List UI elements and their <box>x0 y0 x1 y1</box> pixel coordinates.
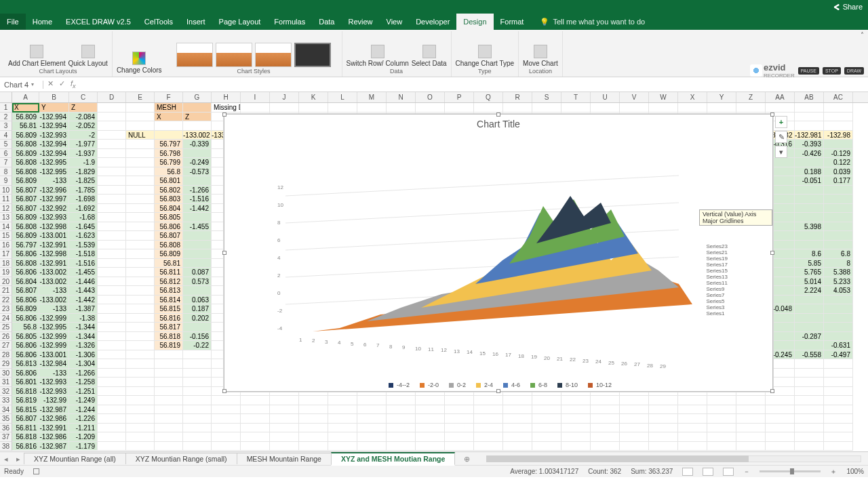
cell[interactable] <box>126 350 155 360</box>
cell[interactable] <box>678 442 707 451</box>
cell[interactable] <box>387 103 416 113</box>
col-header-M[interactable]: M <box>357 92 387 102</box>
cell[interactable]: -132.986 <box>39 432 69 442</box>
cell[interactable]: 56.805 <box>155 213 183 222</box>
row-header[interactable]: 16 <box>0 241 12 250</box>
cell[interactable] <box>357 405 387 415</box>
cell[interactable] <box>824 195 853 204</box>
cell[interactable]: -132.987 <box>39 442 69 451</box>
cell[interactable]: -133 <box>39 286 69 296</box>
col-header-K[interactable]: K <box>299 92 328 102</box>
cell[interactable]: -0.339 <box>183 140 212 149</box>
cell[interactable]: -0.393 <box>795 140 824 149</box>
cell[interactable]: 8 <box>824 259 853 268</box>
select-data-button[interactable]: Select Data <box>412 45 447 67</box>
fx-icon[interactable]: fx <box>71 79 76 89</box>
cell[interactable]: 8.6 <box>795 249 824 259</box>
cell[interactable] <box>824 323 853 332</box>
cell[interactable] <box>387 414 416 424</box>
cell[interactable] <box>183 286 212 296</box>
cell[interactable]: 5.014 <box>795 277 824 287</box>
zoom-slider[interactable] <box>760 470 821 472</box>
row-header[interactable]: 35 <box>0 414 12 424</box>
cell[interactable] <box>387 432 416 442</box>
cell[interactable] <box>445 405 474 415</box>
cell[interactable] <box>126 296 155 305</box>
cell[interactable] <box>98 167 126 177</box>
cell[interactable]: 56.81 <box>12 121 39 131</box>
cell[interactable] <box>824 378 853 387</box>
cell[interactable] <box>795 341 824 350</box>
row-header[interactable]: 28 <box>0 350 12 360</box>
cell[interactable] <box>155 359 183 369</box>
col-header-Q[interactable]: Q <box>474 92 503 102</box>
col-header-T[interactable]: T <box>561 92 591 102</box>
tab-celtools[interactable]: CelTools <box>138 14 180 30</box>
cell[interactable] <box>387 396 416 405</box>
cell[interactable]: -133 <box>39 176 69 186</box>
cell[interactable] <box>183 323 212 332</box>
cell[interactable] <box>155 405 183 415</box>
cell[interactable] <box>126 176 155 186</box>
cell[interactable] <box>155 442 183 451</box>
cell[interactable]: -133.001 <box>39 231 69 241</box>
cell[interactable] <box>591 442 620 451</box>
cell[interactable]: -1.38 <box>69 314 98 323</box>
chart-style-3[interactable] <box>255 43 292 67</box>
col-header-Y[interactable]: Y <box>707 92 736 102</box>
cell[interactable] <box>532 432 561 442</box>
cell[interactable] <box>241 442 270 451</box>
cell[interactable]: -132.998 <box>39 222 69 232</box>
cell[interactable]: 56.812 <box>155 277 183 287</box>
row-header[interactable]: 9 <box>0 176 12 186</box>
cell[interactable] <box>707 424 736 433</box>
chart-band-legend[interactable]: -4--2-2-00-22-44-66-88-1010-12 <box>224 382 772 388</box>
cell[interactable] <box>126 378 155 387</box>
cell[interactable] <box>270 103 299 113</box>
cell[interactable]: Missing Data Points <box>212 103 241 113</box>
cell[interactable] <box>183 359 212 369</box>
cell[interactable] <box>126 231 155 241</box>
cell[interactable] <box>98 231 126 241</box>
cell[interactable]: -132.999 <box>39 341 69 350</box>
cell[interactable] <box>795 369 824 378</box>
row-header[interactable]: 25 <box>0 323 12 332</box>
cell[interactable] <box>795 396 824 405</box>
cell[interactable] <box>212 405 241 415</box>
cell[interactable] <box>98 195 126 204</box>
cell[interactable]: -132.99 <box>39 396 69 405</box>
cell[interactable] <box>98 332 126 342</box>
row-header[interactable]: 12 <box>0 204 12 214</box>
cell[interactable] <box>299 405 328 415</box>
cell[interactable]: -1.516 <box>69 259 98 268</box>
cell[interactable]: -1.251 <box>69 387 98 396</box>
cell[interactable] <box>126 432 155 442</box>
cell[interactable]: 5.233 <box>824 277 853 287</box>
cell[interactable]: 56.806 <box>12 268 39 277</box>
cell[interactable]: -1.226 <box>69 414 98 424</box>
tab-file[interactable]: File <box>0 14 26 30</box>
cell[interactable]: -1.623 <box>69 231 98 241</box>
cell[interactable]: -1.455 <box>69 268 98 277</box>
cell[interactable]: -132.987 <box>39 405 69 415</box>
change-chart-type-button[interactable]: Change Chart Type <box>456 45 515 67</box>
cell[interactable]: Y <box>39 103 69 113</box>
cell[interactable] <box>98 176 126 186</box>
cell[interactable] <box>824 241 853 250</box>
cell[interactable] <box>98 350 126 360</box>
cell[interactable] <box>678 414 707 424</box>
cell[interactable] <box>241 432 270 442</box>
cell[interactable]: -1.446 <box>69 277 98 287</box>
cell[interactable]: 5.85 <box>795 259 824 268</box>
cell[interactable] <box>824 314 853 323</box>
cell[interactable]: 56.817 <box>155 323 183 332</box>
cell[interactable] <box>824 121 853 131</box>
cell[interactable]: -1.977 <box>69 140 98 149</box>
cell[interactable] <box>824 213 853 222</box>
cell[interactable] <box>98 103 126 113</box>
zoom-level[interactable]: 100% <box>846 468 864 475</box>
row-header[interactable]: 14 <box>0 222 12 232</box>
cell[interactable] <box>98 249 126 259</box>
cell[interactable] <box>328 405 357 415</box>
chart-style-4[interactable] <box>294 43 331 67</box>
